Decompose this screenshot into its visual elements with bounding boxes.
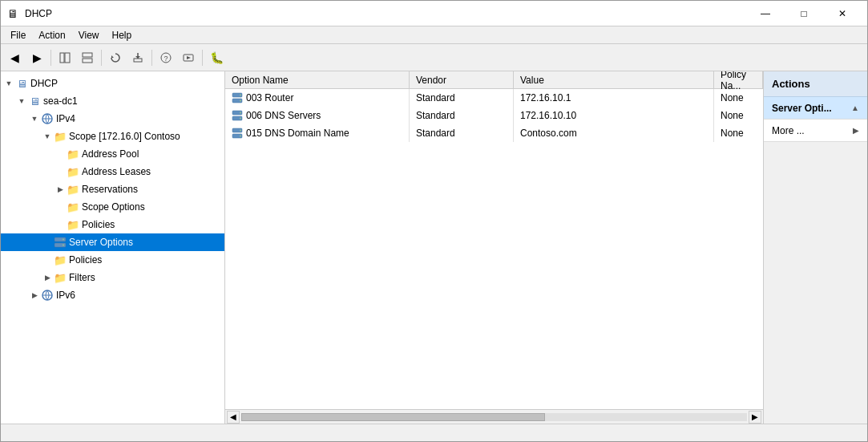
menu-help[interactable]: Help: [106, 28, 139, 43]
icon-sea-dc1: 🖥: [28, 95, 41, 107]
label-address-pool: Address Pool: [82, 148, 139, 160]
expander-filters[interactable]: ▶: [41, 271, 54, 284]
label-server-options: Server Options: [69, 237, 133, 248]
svg-rect-2: [83, 53, 92, 57]
cell-vendor-2: Standard: [410, 124, 514, 142]
actions-item-more[interactable]: More ... ▶: [764, 120, 867, 142]
scroll-left-button[interactable]: ◀: [227, 411, 240, 424]
svg-point-30: [240, 130, 241, 132]
horizontal-scrollbar[interactable]: ◀ ▶: [225, 409, 763, 424]
list-row[interactable]: 006 DNS Servers Standard 172.16.10.10 No…: [225, 107, 763, 124]
tree-node-dhcp[interactable]: ▼ 🖥 DHCP: [1, 75, 224, 92]
tree-node-reservations[interactable]: ▶ 📁 Reservations: [1, 180, 224, 198]
main-content: ▼ 🖥 DHCP ▼ 🖥 sea-dc1 ▼ IPv4 ▼ �: [1, 71, 867, 424]
menu-view[interactable]: View: [72, 28, 106, 43]
toolbar-separator-1: [50, 50, 51, 66]
cell-value-2: Contoso.com: [514, 124, 714, 142]
icon-address-pool: 📁: [67, 148, 79, 160]
row-icon-2: [232, 128, 243, 139]
actions-expand-arrow-1: ▶: [853, 126, 859, 135]
icon-policies: 📁: [54, 253, 67, 266]
main-window: 🖥 DHCP — □ ✕ File Action View Help ◀ ▶: [0, 0, 868, 442]
svg-point-17: [63, 245, 64, 246]
label-dhcp: DHCP: [30, 78, 58, 89]
col-header-policy[interactable]: Policy Na...: [714, 71, 763, 88]
scroll-thumb[interactable]: [241, 413, 545, 421]
close-button[interactable]: ✕: [824, 2, 861, 25]
properties-button[interactable]: 🐛: [206, 47, 227, 68]
row-icon-1: [232, 110, 243, 121]
label-address-leases: Address Leases: [82, 166, 151, 177]
expander-scope[interactable]: ▼: [41, 130, 54, 143]
svg-point-26: [240, 112, 241, 114]
forward-button[interactable]: ▶: [26, 47, 47, 68]
icon-filters: 📁: [54, 271, 67, 284]
label-filters: Filters: [69, 272, 95, 283]
cell-policy-1: None: [714, 107, 763, 124]
label-policies: Policies: [69, 254, 102, 266]
list-row[interactable]: 003 Router Standard 172.16.10.1 None: [225, 89, 763, 107]
cell-policy-2: None: [714, 124, 763, 142]
svg-rect-5: [134, 59, 142, 62]
tree-node-sea-dc1[interactable]: ▼ 🖥 sea-dc1: [1, 92, 224, 110]
back-button[interactable]: ◀: [4, 47, 25, 68]
icon-policies-scope: 📁: [67, 218, 79, 231]
tree-node-scope-options[interactable]: ▶ 📁 Scope Options: [1, 198, 224, 216]
tree-node-server-options[interactable]: ▶ Server Options: [1, 233, 224, 251]
show-button[interactable]: [77, 47, 98, 68]
run-button[interactable]: [178, 47, 199, 68]
svg-point-22: [240, 95, 241, 96]
actions-item-label-1: More ...: [772, 125, 805, 136]
expander-sea-dc1[interactable]: ▼: [15, 95, 28, 107]
icon-dhcp: 🖥: [15, 77, 28, 90]
minimize-button[interactable]: —: [747, 2, 784, 25]
col-header-option-name[interactable]: Option Name: [225, 71, 410, 88]
actions-item-server-options[interactable]: Server Opti... ▲: [764, 97, 867, 120]
icon-scope: 📁: [54, 130, 67, 143]
svg-point-16: [63, 239, 64, 241]
refresh-button[interactable]: [105, 47, 126, 68]
detail-panel: Option Name Vendor Value Policy Na...: [225, 71, 763, 424]
label-sea-dc1: sea-dc1: [43, 95, 78, 107]
tree-node-ipv4[interactable]: ▼ IPv4: [1, 110, 224, 128]
maximize-button[interactable]: □: [785, 2, 822, 25]
svg-marker-11: [187, 56, 191, 59]
icon-ipv4: [41, 112, 54, 125]
help-button[interactable]: ?: [155, 47, 176, 68]
tree-node-filters[interactable]: ▶ 📁 Filters: [1, 269, 224, 286]
tree-node-address-leases[interactable]: ▶ 📁 Address Leases: [1, 163, 224, 180]
tree-node-ipv6[interactable]: ▶ IPv6: [1, 286, 224, 304]
menu-action[interactable]: Action: [32, 28, 71, 43]
expander-ipv6[interactable]: ▶: [28, 289, 41, 302]
svg-point-31: [240, 136, 241, 137]
icon-address-leases: 📁: [67, 165, 79, 178]
tree-node-scope[interactable]: ▼ 📁 Scope [172.16.0] Contoso: [1, 128, 224, 145]
tree-node-address-pool[interactable]: ▶ 📁 Address Pool: [1, 145, 224, 163]
expander-reservations[interactable]: ▶: [54, 183, 67, 196]
scroll-right-button[interactable]: ▶: [749, 411, 761, 424]
scroll-track[interactable]: [241, 413, 747, 421]
tree-node-policies-scope[interactable]: ▶ 📁 Policies: [1, 216, 224, 233]
show-hide-tree-button[interactable]: [55, 47, 75, 68]
col-header-value[interactable]: Value: [514, 71, 714, 88]
menu-file[interactable]: File: [4, 28, 32, 43]
tree-node-policies[interactable]: ▶ 📁 Policies: [1, 251, 224, 269]
col-header-vendor[interactable]: Vendor: [410, 71, 514, 88]
cell-value-1: 172.16.10.10: [514, 107, 714, 124]
label-policies-scope: Policies: [82, 219, 115, 230]
label-reservations: Reservations: [82, 184, 138, 195]
cell-policy-0: None: [714, 89, 763, 107]
cell-vendor-1: Standard: [410, 107, 514, 124]
list-row[interactable]: 015 DNS Domain Name Standard Contoso.com…: [225, 124, 763, 142]
title-bar: 🖥 DHCP — □ ✕: [1, 1, 867, 26]
svg-rect-3: [83, 59, 92, 63]
export-button[interactable]: [127, 47, 148, 68]
label-scope: Scope [172.16.0] Contoso: [69, 131, 180, 142]
expander-dhcp[interactable]: ▼: [2, 77, 15, 90]
expander-ipv4[interactable]: ▼: [28, 112, 41, 125]
toolbar-separator-2: [101, 50, 102, 66]
actions-panel: Actions Server Opti... ▲ More ... ▶: [763, 71, 867, 424]
icon-reservations: 📁: [67, 183, 79, 196]
actions-header: Actions: [764, 71, 867, 97]
title-bar-left: 🖥 DHCP: [7, 7, 52, 20]
